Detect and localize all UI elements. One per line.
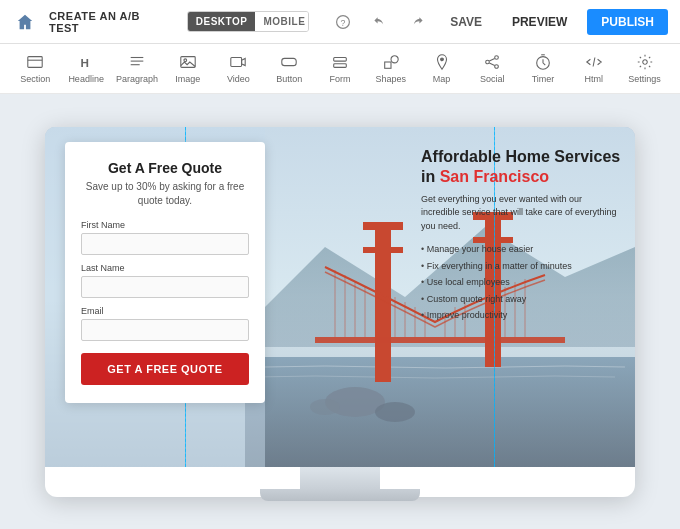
toolbar-map-label: Map [433, 74, 451, 84]
form-subtitle: Save up to 30% by asking for a free quot… [81, 180, 249, 208]
page-background: Get A Free Quote Save up to 30% by askin… [45, 127, 635, 467]
toolbar-section[interactable]: Section [10, 44, 61, 94]
svg-rect-46 [315, 337, 565, 343]
svg-text:?: ? [340, 18, 345, 28]
save-button[interactable]: SAVE [440, 10, 492, 34]
toolbar-html[interactable]: Html [568, 44, 619, 94]
svg-point-49 [310, 399, 340, 415]
monitor-neck [300, 467, 380, 489]
svg-point-18 [486, 60, 490, 64]
monitor-base [260, 489, 420, 501]
bullet-1: Manage your house easier [421, 241, 621, 258]
top-navigation: CREATE AN A/B TEST DESKTOP MOBILE ? SAVE… [0, 0, 680, 44]
svg-rect-27 [363, 222, 403, 230]
toolbar-video[interactable]: Video [213, 44, 264, 94]
canvas-area: Get A Free Quote Save up to 30% by askin… [0, 94, 680, 529]
toolbar-paragraph[interactable]: Paragraph [112, 44, 163, 94]
svg-point-9 [184, 59, 187, 62]
help-icon[interactable]: ? [329, 8, 356, 36]
svg-rect-12 [334, 58, 347, 62]
svg-point-48 [375, 402, 415, 422]
settings-label: Settings [628, 74, 661, 84]
toolbar-html-label: Html [585, 74, 604, 84]
svg-rect-11 [282, 58, 296, 65]
toolbar-paragraph-label: Paragraph [116, 74, 158, 84]
form-title: Get A Free Quote [81, 160, 249, 176]
toolbar-shapes-label: Shapes [375, 74, 406, 84]
monitor-frame: Get A Free Quote Save up to 30% by askin… [45, 127, 635, 497]
svg-rect-8 [180, 57, 194, 68]
toolbar-image-label: Image [175, 74, 200, 84]
svg-rect-28 [363, 247, 403, 253]
toolbar-timer[interactable]: Timer [518, 44, 569, 94]
toolbar-section-label: Section [20, 74, 50, 84]
ab-test-label[interactable]: CREATE AN A/B TEST [49, 10, 169, 34]
toolbar-form-label: Form [329, 74, 350, 84]
toolbar-headline[interactable]: H Headline [61, 44, 112, 94]
monitor-stand [45, 467, 635, 501]
toolbar-button[interactable]: Button [264, 44, 315, 94]
svg-rect-25 [245, 357, 635, 467]
svg-point-23 [642, 60, 647, 65]
bullet-3: Use local employees [421, 274, 621, 291]
heading-highlight: San Francisco [440, 168, 549, 185]
content-description: Get everything you ever wanted with our … [421, 193, 621, 234]
toolbar-image[interactable]: Image [162, 44, 213, 94]
view-toggle: DESKTOP MOBILE [187, 11, 310, 32]
cta-button[interactable]: GET A FREE QUOTE [81, 353, 249, 385]
svg-point-17 [495, 56, 499, 60]
bullet-5: Improve productivity [421, 307, 621, 324]
last-name-input[interactable] [81, 276, 249, 298]
content-bullets: Manage your house easier Fix everything … [421, 241, 621, 324]
bullet-2: Fix everything in a matter of minutes [421, 258, 621, 275]
svg-rect-10 [231, 58, 242, 67]
publish-button[interactable]: PUBLISH [587, 9, 668, 35]
toolbar-map[interactable]: Map [416, 44, 467, 94]
element-toolbar: Section H Headline Paragraph Image Video [0, 44, 680, 94]
content-panel: Affordable Home Services in San Francisc… [421, 147, 621, 324]
heading-line2: in [421, 168, 440, 185]
svg-rect-13 [334, 64, 347, 68]
first-name-label: First Name [81, 220, 249, 230]
svg-point-16 [440, 58, 443, 61]
undo-icon[interactable] [366, 8, 393, 36]
last-name-label: Last Name [81, 263, 249, 273]
svg-text:H: H [81, 56, 89, 69]
toolbar-button-label: Button [276, 74, 302, 84]
bullet-4: Custom quote right away [421, 291, 621, 308]
redo-icon[interactable] [403, 8, 430, 36]
svg-point-15 [391, 56, 398, 63]
svg-line-21 [490, 63, 495, 66]
monitor-screen: Get A Free Quote Save up to 30% by askin… [45, 127, 635, 467]
home-icon[interactable] [12, 8, 39, 36]
svg-rect-2 [28, 57, 42, 68]
toolbar-social[interactable]: Social [467, 44, 518, 94]
toolbar-form[interactable]: Form [315, 44, 366, 94]
toolbar-timer-label: Timer [532, 74, 555, 84]
mobile-view-button[interactable]: MOBILE [255, 12, 309, 31]
toolbar-shapes[interactable]: Shapes [365, 44, 416, 94]
toolbar-video-label: Video [227, 74, 250, 84]
heading-line1: Affordable Home Services [421, 148, 620, 165]
form-panel: Get A Free Quote Save up to 30% by askin… [65, 142, 265, 403]
content-heading: Affordable Home Services in San Francisc… [421, 147, 621, 187]
toolbar-settings[interactable]: Settings [619, 44, 670, 94]
svg-rect-14 [384, 62, 390, 68]
toolbar-social-label: Social [480, 74, 505, 84]
toolbar-headline-label: Headline [68, 74, 104, 84]
svg-line-20 [490, 58, 495, 61]
preview-button[interactable]: PREVIEW [502, 10, 577, 34]
svg-point-19 [495, 65, 499, 69]
svg-rect-26 [375, 222, 391, 382]
email-label: Email [81, 306, 249, 316]
email-input[interactable] [81, 319, 249, 341]
desktop-view-button[interactable]: DESKTOP [188, 12, 256, 31]
first-name-input[interactable] [81, 233, 249, 255]
